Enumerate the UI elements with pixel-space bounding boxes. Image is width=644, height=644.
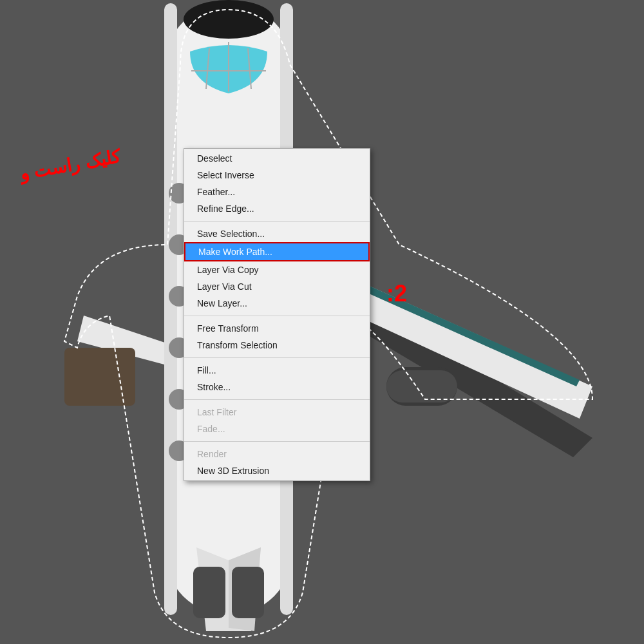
svg-point-9 [184,0,274,39]
menu-item-layer-via-copy[interactable]: Layer Via Copy [184,261,370,278]
menu-item-make-work-path[interactable]: Make Work Path... [184,242,370,261]
separator-1 [184,221,370,222]
menu-item-fill[interactable]: Fill... [184,362,370,379]
menu-item-fade: Fade... [184,421,370,437]
menu-item-render: Render [184,446,370,462]
menu-item-transform-selection[interactable]: Transform Selection [184,337,370,354]
menu-item-new-layer[interactable]: New Layer... [184,295,370,312]
menu-item-last-filter: Last Filter [184,404,370,421]
menu-item-layer-via-cut[interactable]: Layer Via Cut [184,278,370,295]
menu-item-new-3d-extrusion[interactable]: New 3D Extrusion [184,462,370,479]
menu-item-stroke[interactable]: Stroke... [184,379,370,395]
svg-rect-21 [386,370,457,402]
separator-3 [184,357,370,358]
separator-4 [184,399,370,400]
menu-item-feather[interactable]: Feather... [184,184,370,200]
context-menu: Deselect Select Inverse Feather... Refin… [184,148,370,481]
menu-item-deselect[interactable]: Deselect [184,150,370,167]
menu-item-save-selection[interactable]: Save Selection... [184,225,370,242]
svg-rect-25 [232,567,264,618]
separator-2 [184,316,370,316]
separator-5 [184,441,370,442]
menu-item-free-transform[interactable]: Free Transform [184,320,370,337]
step-number-annotation: :2 [386,280,407,307]
menu-item-refine-edge[interactable]: Refine Edge... [184,200,370,217]
svg-rect-24 [193,567,225,618]
menu-item-select-inverse[interactable]: Select Inverse [184,167,370,184]
svg-rect-7 [164,3,177,615]
svg-rect-5 [64,348,135,406]
